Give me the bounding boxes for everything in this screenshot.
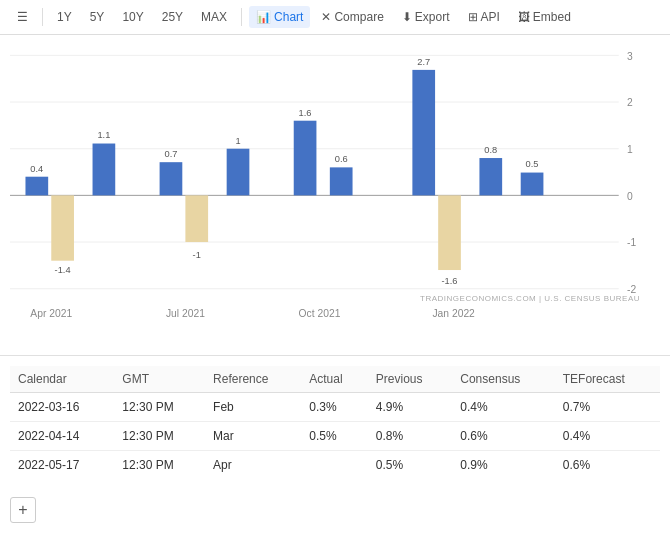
svg-rect-26: [330, 167, 353, 195]
col-header-actual: Actual: [301, 366, 368, 393]
svg-text:-1.4: -1.4: [55, 265, 71, 275]
cell-reference: Apr: [205, 451, 301, 480]
compare-button[interactable]: ✕ Compare: [314, 6, 390, 28]
chart-icon: 📊: [256, 10, 271, 24]
svg-text:0.8: 0.8: [484, 145, 497, 155]
svg-text:Oct 2021: Oct 2021: [299, 308, 341, 319]
compare-icon: ✕: [321, 10, 331, 24]
svg-text:2.7: 2.7: [417, 57, 430, 67]
period-5y[interactable]: 5Y: [83, 6, 112, 28]
export-button[interactable]: ⬇ Export: [395, 6, 457, 28]
col-header-consensus: Consensus: [452, 366, 554, 393]
svg-text:Apr 2021: Apr 2021: [30, 308, 72, 319]
cell-previous: 0.8%: [368, 422, 452, 451]
col-header-reference: Reference: [205, 366, 301, 393]
svg-rect-24: [294, 121, 317, 196]
cell-gmt: 12:30 PM: [114, 393, 205, 422]
embed-label: Embed: [533, 10, 571, 24]
cell-gmt: 12:30 PM: [114, 451, 205, 480]
cell-teforecast: 0.4%: [555, 422, 660, 451]
cell-teforecast: 0.7%: [555, 393, 660, 422]
table-row: 2022-05-1712:30 PMApr0.5%0.9%0.6%: [10, 451, 660, 480]
chart-area: 3 2 1 0 -1 -2 0.4 -1.4 1.1 0.7 -1: [0, 35, 670, 355]
cell-actual: [301, 451, 368, 480]
cell-gmt: 12:30 PM: [114, 422, 205, 451]
svg-text:0.5: 0.5: [526, 159, 539, 169]
chart-container: 3 2 1 0 -1 -2 0.4 -1.4 1.1 0.7 -1: [10, 45, 660, 325]
col-header-calendar: Calendar: [10, 366, 114, 393]
period-25y[interactable]: 25Y: [155, 6, 190, 28]
svg-rect-30: [438, 195, 461, 270]
svg-rect-18: [160, 162, 183, 195]
col-header-gmt: GMT: [114, 366, 205, 393]
cell-consensus: 0.4%: [452, 393, 554, 422]
svg-text:1.6: 1.6: [299, 107, 312, 117]
svg-text:1: 1: [627, 144, 633, 155]
svg-rect-16: [93, 144, 116, 196]
chart-svg: 3 2 1 0 -1 -2 0.4 -1.4 1.1 0.7 -1: [10, 45, 660, 325]
cell-reference: Feb: [205, 393, 301, 422]
table-row: 2022-04-1412:30 PMMar0.5%0.8%0.6%0.4%: [10, 422, 660, 451]
compare-label: Compare: [334, 10, 383, 24]
svg-rect-20: [185, 195, 208, 242]
data-table: Calendar GMT Reference Actual Previous C…: [10, 366, 660, 479]
chart-button[interactable]: 📊 Chart: [249, 6, 310, 28]
cell-previous: 0.5%: [368, 451, 452, 480]
cell-calendar: 2022-04-14: [10, 422, 114, 451]
svg-text:-1: -1: [193, 250, 201, 260]
cell-calendar: 2022-03-16: [10, 393, 114, 422]
svg-rect-12: [25, 177, 48, 196]
svg-text:0.7: 0.7: [165, 149, 178, 159]
table-container: Calendar GMT Reference Actual Previous C…: [0, 355, 670, 489]
col-header-teforecast: TEForecast: [555, 366, 660, 393]
svg-text:-1: -1: [627, 237, 636, 248]
svg-text:1: 1: [235, 135, 240, 145]
embed-icon: 🖼: [518, 10, 530, 24]
svg-text:0: 0: [627, 190, 633, 201]
embed-button[interactable]: 🖼 Embed: [511, 6, 578, 28]
table-row: 2022-03-1612:30 PMFeb0.3%4.9%0.4%0.7%: [10, 393, 660, 422]
separator-2: [241, 8, 242, 26]
toolbar: ☰ 1Y 5Y 10Y 25Y MAX 📊 Chart ✕ Compare ⬇ …: [0, 0, 670, 35]
menu-icon: ☰: [17, 10, 28, 24]
api-button[interactable]: ⊞ API: [461, 6, 507, 28]
svg-text:0.6: 0.6: [335, 154, 348, 164]
api-icon: ⊞: [468, 10, 478, 24]
svg-text:2: 2: [627, 97, 633, 108]
svg-text:0.4: 0.4: [30, 163, 43, 173]
svg-text:1.1: 1.1: [97, 130, 110, 140]
cell-actual: 0.3%: [301, 393, 368, 422]
svg-text:-1.6: -1.6: [442, 275, 458, 285]
period-max[interactable]: MAX: [194, 6, 234, 28]
menu-button[interactable]: ☰: [10, 6, 35, 28]
cell-actual: 0.5%: [301, 422, 368, 451]
cell-previous: 4.9%: [368, 393, 452, 422]
svg-rect-28: [412, 70, 435, 195]
svg-rect-22: [227, 149, 250, 196]
period-1y[interactable]: 1Y: [50, 6, 79, 28]
svg-rect-32: [479, 158, 502, 195]
api-label: API: [481, 10, 500, 24]
cell-teforecast: 0.6%: [555, 451, 660, 480]
watermark: TRADINGECONOMICS.COM | U.S. CENSUS BUREA…: [420, 294, 640, 303]
svg-rect-14: [51, 195, 74, 260]
cell-consensus: 0.6%: [452, 422, 554, 451]
svg-text:Jul 2021: Jul 2021: [166, 308, 205, 319]
cell-calendar: 2022-05-17: [10, 451, 114, 480]
cell-reference: Mar: [205, 422, 301, 451]
period-10y[interactable]: 10Y: [115, 6, 150, 28]
svg-rect-34: [521, 173, 544, 196]
export-icon: ⬇: [402, 10, 412, 24]
chart-label: Chart: [274, 10, 303, 24]
table-header-row: Calendar GMT Reference Actual Previous C…: [10, 366, 660, 393]
separator-1: [42, 8, 43, 26]
add-row-button[interactable]: +: [10, 497, 36, 523]
col-header-previous: Previous: [368, 366, 452, 393]
svg-text:Jan 2022: Jan 2022: [432, 308, 475, 319]
cell-consensus: 0.9%: [452, 451, 554, 480]
svg-text:3: 3: [627, 50, 633, 61]
export-label: Export: [415, 10, 450, 24]
